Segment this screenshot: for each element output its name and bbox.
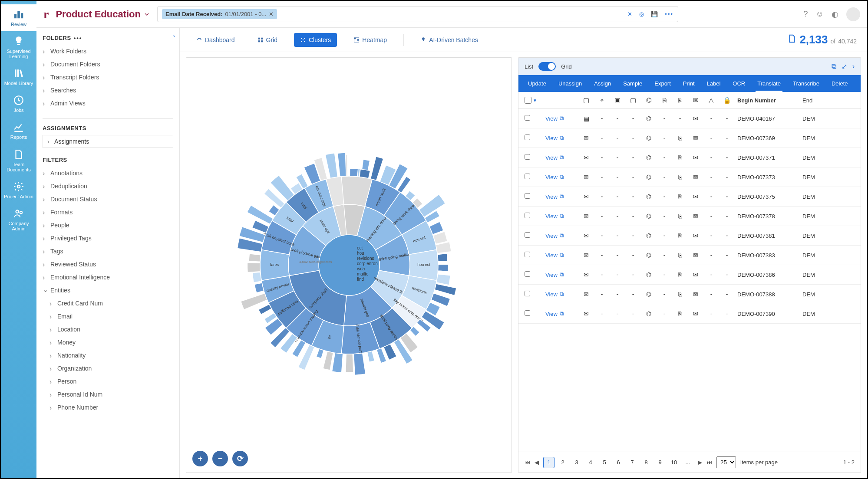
popout-icon[interactable]: ⧉ bbox=[560, 115, 564, 122]
page-7[interactable]: 7 bbox=[627, 457, 638, 468]
theme-icon[interactable]: ◐ bbox=[832, 10, 838, 19]
row-checkbox[interactable] bbox=[525, 135, 530, 140]
filter-entities[interactable]: Entities bbox=[43, 284, 173, 297]
action-export[interactable]: Export bbox=[648, 75, 677, 92]
project-switcher[interactable]: Product Education bbox=[56, 9, 150, 20]
filter-item[interactable]: Document Status bbox=[43, 193, 173, 206]
folder-item[interactable]: Searches bbox=[43, 84, 173, 97]
filter-item[interactable]: Privileged Tags bbox=[43, 232, 173, 245]
popout-icon[interactable]: ⧉ bbox=[560, 174, 564, 180]
filter-item[interactable]: Reviewed Status bbox=[43, 258, 173, 271]
select-dropdown-icon[interactable]: ▼ bbox=[533, 98, 537, 103]
type-icon[interactable]: ▢ bbox=[578, 96, 594, 104]
folder-item[interactable]: Transcript Folders bbox=[43, 71, 173, 84]
warning-icon[interactable]: △ bbox=[703, 96, 719, 104]
rail-review[interactable]: Review bbox=[1, 4, 36, 31]
entity-item[interactable]: Personal Id Num bbox=[50, 388, 173, 401]
rail-company-admin[interactable]: Company Admin bbox=[1, 203, 36, 236]
folder-item[interactable]: Document Folders bbox=[43, 58, 173, 71]
tree-icon[interactable]: ⌬ bbox=[641, 96, 657, 104]
view-link[interactable]: View ⧉ bbox=[543, 252, 578, 259]
popout-icon[interactable]: ⧉ bbox=[832, 62, 836, 70]
cluster-panel[interactable]: ecthourevisionscorp enronisdamailtofindm… bbox=[186, 57, 512, 473]
entity-item[interactable]: Credit Card Num bbox=[50, 297, 173, 310]
entity-item[interactable]: Email bbox=[50, 310, 173, 323]
view-link[interactable]: View ⧉ bbox=[543, 193, 578, 200]
prev-page-icon[interactable]: ◀ bbox=[535, 459, 539, 466]
popout-icon[interactable]: ⧉ bbox=[560, 291, 564, 298]
popout-icon[interactable]: ⧉ bbox=[560, 135, 564, 141]
tab-grid[interactable]: Grid bbox=[251, 33, 284, 47]
row-checkbox[interactable] bbox=[525, 213, 530, 218]
row-checkbox[interactable] bbox=[525, 115, 530, 121]
col-begin-number[interactable]: Begin Number bbox=[735, 97, 800, 104]
filter-item[interactable]: Emotional Intelligence bbox=[43, 271, 173, 284]
clear-filters-icon[interactable]: ✕ bbox=[627, 11, 632, 17]
action-unassign[interactable]: Unassign bbox=[552, 75, 588, 92]
row-checkbox[interactable] bbox=[525, 271, 530, 277]
thread-icon[interactable]: ▣ bbox=[610, 96, 625, 104]
entity-item[interactable]: Money bbox=[50, 336, 173, 349]
entity-item[interactable]: Location bbox=[50, 323, 173, 336]
action-transcribe[interactable]: Transcribe bbox=[787, 75, 825, 92]
copy-icon[interactable]: ⎘ bbox=[657, 97, 672, 104]
filter-item[interactable]: Formats bbox=[43, 206, 173, 219]
last-page-icon[interactable]: ⏭ bbox=[706, 459, 712, 466]
mail-icon[interactable]: ✉ bbox=[688, 96, 703, 104]
list-grid-toggle[interactable] bbox=[538, 62, 556, 71]
page-4[interactable]: 4 bbox=[585, 457, 596, 468]
entity-item[interactable]: Nationality bbox=[50, 349, 173, 362]
save-icon[interactable]: 💾 bbox=[651, 11, 658, 17]
doc-icon[interactable]: ▢ bbox=[625, 96, 641, 104]
first-page-icon[interactable]: ⏮ bbox=[525, 459, 530, 466]
rail-reports[interactable]: Reports bbox=[1, 117, 36, 144]
next-page-icon[interactable]: ▶ bbox=[698, 459, 702, 466]
zoom-out-button[interactable]: − bbox=[212, 451, 228, 466]
chevron-right-icon[interactable]: › bbox=[852, 62, 855, 70]
page-2[interactable]: 2 bbox=[557, 457, 568, 468]
action-label[interactable]: Label bbox=[701, 75, 727, 92]
row-checkbox[interactable] bbox=[525, 232, 530, 238]
page-6[interactable]: 6 bbox=[613, 457, 624, 468]
entity-item[interactable]: Phone Number bbox=[50, 401, 173, 414]
tab-clusters[interactable]: Clusters bbox=[294, 33, 337, 47]
filter-item[interactable]: Tags bbox=[43, 245, 173, 258]
entity-item[interactable]: Person bbox=[50, 375, 173, 388]
filter-item[interactable]: People bbox=[43, 219, 173, 232]
rail-jobs[interactable]: Jobs bbox=[1, 90, 36, 117]
sunburst-chart[interactable]: ecthourevisionscorp enronisdamailtofindm… bbox=[215, 131, 484, 400]
target-icon[interactable]: ◎ bbox=[639, 11, 644, 17]
popout-icon[interactable]: ⧉ bbox=[560, 154, 564, 161]
action-update[interactable]: Update bbox=[522, 75, 552, 92]
view-link[interactable]: View ⧉ bbox=[543, 213, 578, 220]
dup-icon[interactable]: ⎘ bbox=[672, 97, 688, 104]
row-checkbox[interactable] bbox=[525, 291, 530, 296]
row-checkbox[interactable] bbox=[525, 193, 530, 199]
rail-team-docs[interactable]: Team Documents bbox=[1, 144, 36, 177]
filter-bar[interactable]: Email Date Received: 01/01/2001 - 0... ✕… bbox=[157, 6, 678, 22]
collapse-sidebar-icon[interactable]: ‹ bbox=[173, 32, 175, 39]
view-link[interactable]: View ⧉ bbox=[543, 135, 578, 141]
rail-supervised[interactable]: Supervised Learning bbox=[1, 31, 36, 63]
action-delete[interactable]: Delete bbox=[825, 75, 854, 92]
tab-ai-batches[interactable]: AI-Driven Batches bbox=[414, 33, 484, 47]
popout-icon[interactable]: ⧉ bbox=[560, 213, 564, 220]
popout-icon[interactable]: ⧉ bbox=[560, 310, 564, 317]
col-end-number[interactable]: End bbox=[800, 97, 815, 104]
tag-icon[interactable]: ⌖ bbox=[594, 96, 610, 104]
action-ocr[interactable]: OCR bbox=[726, 75, 751, 92]
avatar[interactable] bbox=[846, 7, 860, 21]
page-...[interactable]: ... bbox=[682, 457, 693, 468]
page-size-select[interactable]: 25 bbox=[716, 456, 736, 468]
folder-item[interactable]: Work Folders bbox=[43, 45, 173, 58]
row-checkbox[interactable] bbox=[525, 154, 530, 160]
view-link[interactable]: View ⧉ bbox=[543, 271, 578, 278]
action-assign[interactable]: Assign bbox=[588, 75, 617, 92]
rail-model-library[interactable]: Model Library bbox=[1, 63, 36, 90]
view-link[interactable]: View ⧉ bbox=[543, 154, 578, 161]
assignments-item[interactable]: Assignments bbox=[43, 135, 173, 148]
folder-item[interactable]: Admin Views bbox=[43, 97, 173, 110]
popout-icon[interactable]: ⧉ bbox=[560, 232, 564, 239]
smiley-icon[interactable]: ☺ bbox=[816, 10, 824, 19]
remove-filter-icon[interactable]: ✕ bbox=[269, 11, 274, 17]
